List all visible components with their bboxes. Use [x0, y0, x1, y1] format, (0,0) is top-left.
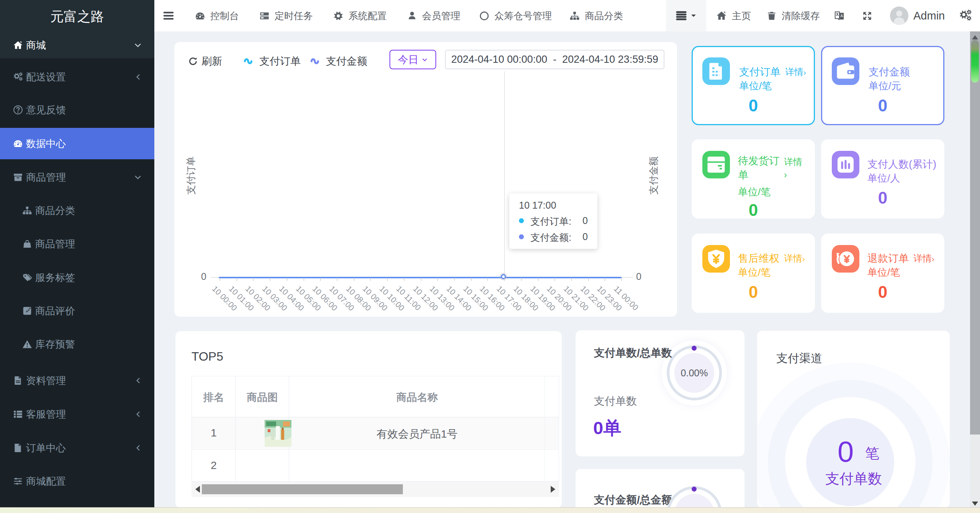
svg-text:A: A	[841, 14, 843, 18]
